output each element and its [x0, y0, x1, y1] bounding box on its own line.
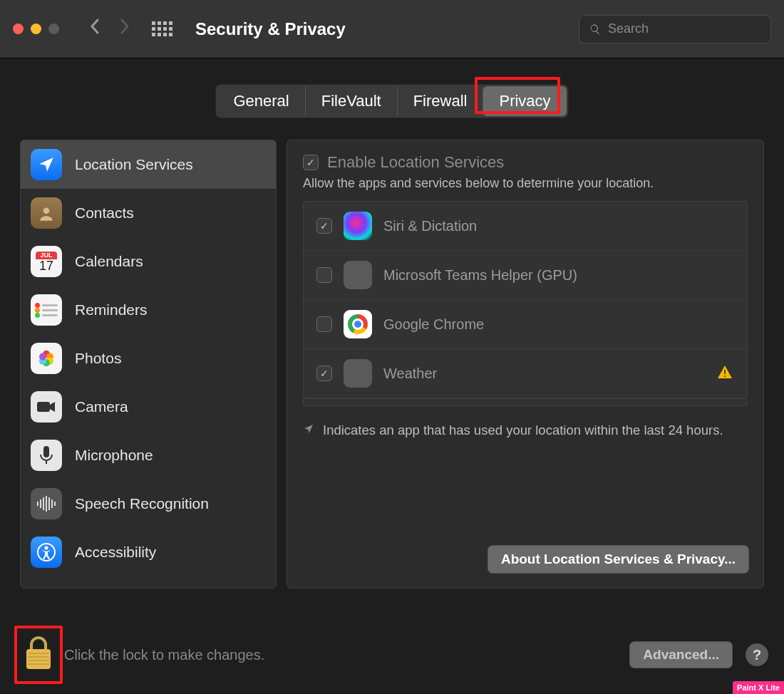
app-name-label: Google Chrome: [383, 316, 484, 333]
svg-rect-13: [48, 497, 50, 510]
app-checkbox[interactable]: [316, 218, 332, 234]
list-overflow-indicator: [303, 399, 748, 406]
app-checkbox[interactable]: [316, 316, 332, 332]
tab-bar: General FileVault Firewall Privacy: [0, 84, 784, 118]
lock-button[interactable]: [16, 627, 61, 683]
recent-location-indicator: Indicates an app that has used your loca…: [303, 422, 748, 440]
titlebar: Security & Privacy: [0, 0, 784, 58]
enable-location-services-checkbox[interactable]: [303, 155, 319, 170]
lock-hint-text: Click the lock to make changes.: [64, 647, 264, 663]
app-row-chrome[interactable]: Google Chrome: [304, 300, 747, 349]
svg-point-6: [39, 353, 46, 361]
show-all-icon[interactable]: [152, 21, 172, 36]
sidebar-item-label: Camera: [75, 398, 128, 415]
search-icon: [589, 23, 601, 36]
svg-rect-11: [43, 497, 44, 510]
sidebar-item-speech-recognition[interactable]: Speech Recognition: [21, 480, 276, 528]
window-controls: [13, 24, 59, 34]
privacy-category-sidebar[interactable]: Location Services Contacts JUL 17 Calend…: [20, 140, 277, 589]
tab-filevault[interactable]: FileVault: [306, 86, 398, 116]
calendar-month-label: JUL: [36, 252, 56, 259]
location-services-description: Allow the apps and services below to det…: [303, 176, 748, 191]
watermark: Paint X Lite: [733, 681, 784, 694]
reminders-icon: [31, 294, 62, 326]
app-row-weather[interactable]: Weather: [304, 349, 747, 398]
app-name-label: Siri & Dictation: [383, 218, 477, 234]
warning-icon: [717, 365, 733, 383]
zoom-window-button[interactable]: [48, 24, 59, 34]
sidebar-item-calendars[interactable]: JUL 17 Calendars: [21, 237, 276, 286]
sidebar-item-accessibility[interactable]: Accessibility: [21, 528, 276, 576]
accessibility-icon: [31, 537, 62, 568]
search-field[interactable]: [579, 15, 771, 43]
search-input[interactable]: [608, 21, 760, 36]
svg-point-0: [43, 207, 50, 214]
location-arrow-icon: [31, 149, 62, 180]
tab-general[interactable]: General: [217, 86, 305, 116]
app-checkbox[interactable]: [316, 267, 332, 283]
sidebar-item-label: Accessibility: [75, 544, 156, 561]
location-services-detail: Enable Location Services Allow the apps …: [287, 140, 764, 589]
close-window-button[interactable]: [13, 24, 24, 34]
sidebar-item-label: Calendars: [75, 253, 143, 270]
advanced-button[interactable]: Advanced...: [629, 641, 733, 668]
svg-rect-8: [43, 446, 49, 457]
svg-rect-9: [37, 502, 38, 506]
annotation-highlight-lock: [14, 626, 63, 684]
sidebar-item-label: Contacts: [75, 204, 134, 222]
sidebar-item-location-services[interactable]: Location Services: [21, 140, 276, 189]
sidebar-item-label: Reminders: [75, 301, 148, 318]
svg-rect-12: [46, 496, 47, 512]
sidebar-item-microphone[interactable]: Microphone: [21, 431, 276, 480]
speech-icon: [31, 488, 62, 519]
sidebar-item-label: Photos: [75, 350, 121, 367]
calendar-icon: JUL 17: [31, 246, 62, 277]
svg-rect-15: [54, 502, 56, 506]
tab-firewall[interactable]: Firewall: [398, 86, 484, 116]
camera-icon: [31, 391, 62, 423]
generic-app-icon: [344, 359, 372, 388]
location-arrow-small-icon: [303, 423, 314, 440]
window-title: Security & Privacy: [195, 19, 346, 39]
indicator-text: Indicates an app that has used your loca…: [323, 422, 723, 440]
app-permission-list[interactable]: Siri & Dictation Microsoft Teams Helper …: [303, 201, 748, 399]
sidebar-item-camera[interactable]: Camera: [21, 383, 276, 431]
sidebar-item-label: Microphone: [75, 447, 153, 464]
sidebar-item-photos[interactable]: Photos: [21, 334, 276, 383]
svg-rect-10: [40, 499, 41, 508]
forward-button[interactable]: [115, 18, 135, 40]
sidebar-item-label: Speech Recognition: [75, 495, 209, 512]
photos-icon: [31, 343, 62, 374]
minimize-window-button[interactable]: [31, 24, 41, 34]
enable-location-services-label: Enable Location Services: [327, 153, 504, 172]
chrome-icon: [344, 310, 372, 338]
svg-rect-18: [724, 370, 726, 374]
footer: Click the lock to make changes. Advanced…: [0, 616, 784, 694]
svg-rect-14: [51, 499, 53, 508]
content-panels: Location Services Contacts JUL 17 Calend…: [0, 140, 784, 589]
svg-rect-7: [37, 402, 50, 412]
siri-icon: [344, 212, 372, 240]
about-location-services-button[interactable]: About Location Services & Privacy...: [488, 545, 749, 574]
contacts-icon: [31, 197, 62, 229]
app-row-teams-helper[interactable]: Microsoft Teams Helper (GPU): [304, 251, 747, 300]
app-row-siri[interactable]: Siri & Dictation: [304, 202, 747, 251]
app-checkbox[interactable]: [316, 366, 332, 381]
sidebar-item-reminders[interactable]: Reminders: [21, 286, 276, 334]
back-button[interactable]: [85, 18, 105, 40]
app-name-label: Weather: [383, 366, 437, 382]
generic-app-icon: [344, 261, 372, 289]
sidebar-item-label: Location Services: [75, 156, 193, 173]
calendar-day-label: 17: [39, 259, 53, 272]
svg-point-17: [45, 547, 48, 550]
sidebar-item-contacts[interactable]: Contacts: [21, 189, 276, 237]
app-name-label: Microsoft Teams Helper (GPU): [383, 267, 577, 284]
help-button[interactable]: ?: [746, 643, 768, 666]
annotation-highlight-privacy-tab: [475, 77, 560, 114]
svg-rect-19: [724, 376, 726, 377]
microphone-icon: [31, 440, 62, 471]
